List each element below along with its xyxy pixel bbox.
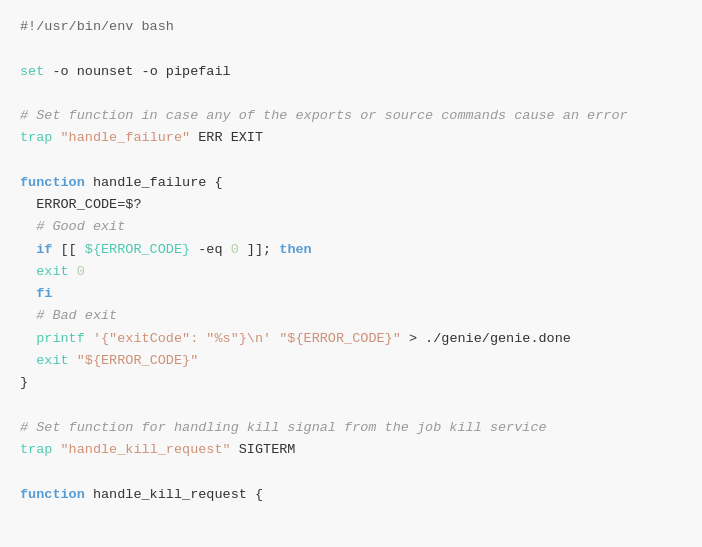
code-line-18	[20, 395, 682, 417]
code-line-2	[20, 38, 682, 60]
code-editor: #!/usr/bin/env bash set -o nounset -o pi…	[0, 0, 702, 547]
code-line-7	[20, 150, 682, 172]
code-line-20: trap "handle_kill_request" SIGTERM	[20, 439, 682, 461]
code-line-19: # Set function for handling kill signal …	[20, 417, 682, 439]
code-line-10: # Good exit	[20, 216, 682, 238]
code-line-11: if [[ ${ERROR_CODE} -eq 0 ]]; then	[20, 239, 682, 261]
code-line-3: set -o nounset -o pipefail	[20, 61, 682, 83]
code-line-21	[20, 461, 682, 483]
code-line-15: printf '{"exitCode": "%s"}\n' "${ERROR_C…	[20, 328, 682, 350]
code-line-16: exit "${ERROR_CODE}"	[20, 350, 682, 372]
code-line-5: # Set function in case any of the export…	[20, 105, 682, 127]
code-line-17: }	[20, 372, 682, 394]
code-line-8: function handle_failure {	[20, 172, 682, 194]
code-line-6: trap "handle_failure" ERR EXIT	[20, 127, 682, 149]
code-line-12: exit 0	[20, 261, 682, 283]
code-line-22: function handle_kill_request {	[20, 484, 682, 506]
code-line-13: fi	[20, 283, 682, 305]
code-line-9: ERROR_CODE=$?	[20, 194, 682, 216]
code-line-1: #!/usr/bin/env bash	[20, 16, 682, 38]
code-line-4	[20, 83, 682, 105]
code-line-14: # Bad exit	[20, 305, 682, 327]
